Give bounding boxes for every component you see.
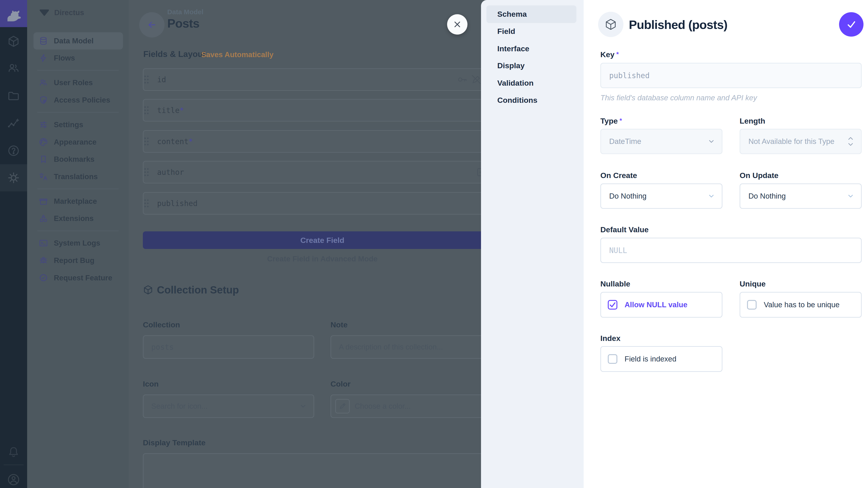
note-label: Note <box>331 320 348 329</box>
user-menu-button[interactable] <box>0 466 27 488</box>
storefront-icon <box>39 197 48 206</box>
sidebar-item-data-model[interactable]: Data Model <box>39 36 94 45</box>
nav-divider <box>37 189 119 189</box>
stepper-icons[interactable] <box>846 135 855 148</box>
sidebar-item-request-feature[interactable]: Request Feature <box>39 273 112 283</box>
directus-logo[interactable] <box>0 0 27 27</box>
drag-handle-icon[interactable] <box>144 74 149 85</box>
drag-handle-icon[interactable] <box>144 167 149 177</box>
sidebar-item-label: Data Model <box>54 37 94 45</box>
back-button[interactable] <box>139 12 164 37</box>
sidebar-item-label: User Roles <box>54 78 93 87</box>
required-star: * <box>616 51 619 58</box>
field-row-author[interactable]: author <box>143 161 502 184</box>
module-users[interactable] <box>0 55 27 81</box>
sidebar-item-user-roles[interactable]: User Roles <box>39 78 93 87</box>
display-template-input[interactable] <box>143 453 502 488</box>
bookmark-icon <box>39 155 48 164</box>
sidebar-item-appearance[interactable]: Appearance <box>39 138 96 147</box>
module-docs[interactable] <box>0 138 27 164</box>
required-star: * <box>620 117 622 124</box>
eyedropper-icon <box>339 402 346 410</box>
activity-icon <box>7 117 20 130</box>
sidebar-item-label: Flows <box>54 54 75 62</box>
sidebar-item-extensions[interactable]: Extensions <box>39 214 94 223</box>
tab-interface[interactable]: Interface <box>497 44 529 53</box>
tab-schema[interactable]: Schema <box>497 9 527 19</box>
checkbox-unchecked-icon[interactable] <box>608 354 618 364</box>
sidebar-item-access-policies[interactable]: Access Policies <box>39 96 110 105</box>
checkbox-unchecked-icon[interactable] <box>747 300 757 310</box>
sidebar-item-label: Settings <box>54 121 83 129</box>
display-template-label: Display Template <box>143 438 206 447</box>
palette-icon <box>39 138 48 147</box>
save-button[interactable] <box>839 12 864 37</box>
sidebar-item-marketplace[interactable]: Marketplace <box>39 197 97 206</box>
sidebar-item-label: Access Policies <box>54 96 110 104</box>
unique-checkbox-field[interactable]: Value has to be unique <box>740 292 862 318</box>
sidebar-item-label: System Logs <box>54 239 100 248</box>
collection-input[interactable]: posts <box>143 335 314 359</box>
index-label: Index <box>600 334 620 343</box>
note-input[interactable]: A description of this collection... <box>331 335 502 359</box>
module-content[interactable] <box>0 28 27 55</box>
tab-conditions[interactable]: Conditions <box>497 96 537 105</box>
cube-icon <box>143 285 153 295</box>
cloud-icon <box>38 7 50 18</box>
field-type-avatar <box>598 12 623 37</box>
chevron-down-icon <box>299 402 308 411</box>
sidebar-item-bookmarks[interactable]: Bookmarks <box>39 155 94 164</box>
folder-icon <box>7 90 20 102</box>
tab-display[interactable]: Display <box>497 61 525 70</box>
tab-validation[interactable]: Validation <box>497 78 534 88</box>
shield-icon <box>39 96 48 105</box>
module-bar-divider <box>4 464 24 465</box>
type-select[interactable]: DateTime <box>600 129 722 154</box>
chevron-down-icon <box>707 137 716 146</box>
field-row-id[interactable]: id <box>143 68 502 91</box>
help-icon <box>7 144 20 157</box>
checkbox-label: Allow NULL value <box>625 300 687 309</box>
translate-icon <box>39 172 48 181</box>
icon-label: Icon <box>143 380 159 388</box>
sidebar-item-translations[interactable]: Translations <box>39 172 98 181</box>
field-row-published[interactable]: published <box>143 192 502 215</box>
tab-field[interactable]: Field <box>497 27 515 36</box>
on-create-select[interactable]: Do Nothing <box>600 184 722 209</box>
bolt-icon <box>39 54 48 63</box>
default-value-input[interactable]: NULL <box>600 238 862 263</box>
sidebar-item-label: Translations <box>54 172 98 181</box>
nav-divider <box>37 70 119 70</box>
sidebar-item-settings[interactable]: Settings <box>39 120 83 129</box>
sidebar-item-label: Appearance <box>54 138 96 147</box>
key-input[interactable]: published <box>600 63 862 88</box>
field-row-content[interactable]: content* <box>143 130 502 153</box>
sidebar-item-report-bug[interactable]: Report Bug <box>39 256 94 265</box>
create-field-button[interactable]: Create Field <box>143 231 502 249</box>
field-row-title[interactable]: title* <box>143 99 502 122</box>
drawer-close-button[interactable] <box>447 14 467 35</box>
autosave-note: Saves Automatically <box>201 51 274 59</box>
module-insights[interactable] <box>0 110 27 136</box>
create-field-advanced-link[interactable]: Create Field in Advanced Mode <box>143 255 502 263</box>
drag-handle-icon[interactable] <box>144 105 149 115</box>
module-files[interactable] <box>0 83 27 109</box>
length-stepper[interactable]: Not Available for this Type <box>740 129 862 154</box>
color-select[interactable]: Choose a color... <box>331 394 502 418</box>
nullable-checkbox-field[interactable]: Allow NULL value <box>600 292 722 318</box>
color-swatch[interactable] <box>335 399 350 414</box>
sidebar-item-flows[interactable]: Flows <box>39 54 75 63</box>
sidebar-item-system-logs[interactable]: System Logs <box>39 238 100 248</box>
sidebar-item-label: Request Feature <box>54 273 112 282</box>
index-checkbox-field[interactable]: Field is indexed <box>600 346 722 372</box>
drag-handle-icon[interactable] <box>144 136 149 147</box>
notifications-button[interactable] <box>0 439 27 465</box>
on-update-select[interactable]: Do Nothing <box>740 184 862 209</box>
module-settings[interactable] <box>0 164 27 191</box>
checkbox-checked-icon[interactable] <box>608 300 618 310</box>
drag-handle-icon[interactable] <box>144 198 149 208</box>
on-update-label: On Update <box>740 171 778 180</box>
project-chooser[interactable]: Directus <box>38 7 84 18</box>
icon-select[interactable]: Search for icon... <box>143 394 314 418</box>
checkbox-label: Value has to be unique <box>764 300 839 309</box>
